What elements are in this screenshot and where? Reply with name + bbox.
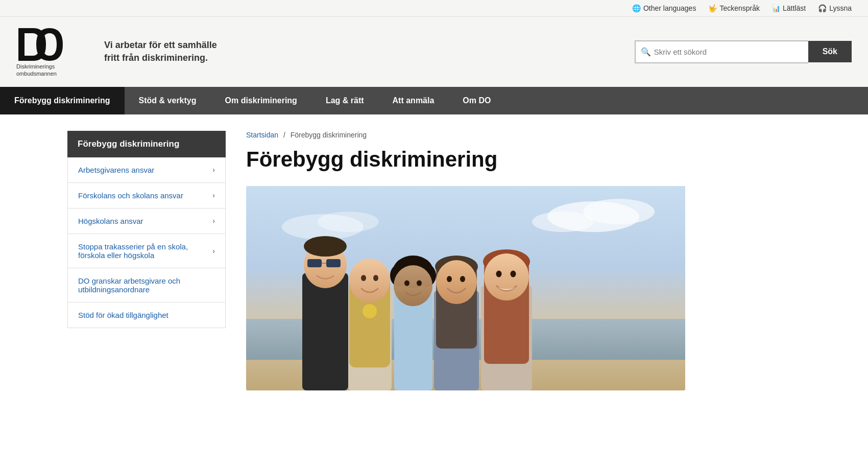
sidebar-link-hogskolans[interactable]: Högskolans ansvar › [68, 209, 225, 234]
page-title: Förebygg diskriminering [246, 147, 801, 172]
svg-point-17 [361, 275, 366, 281]
chevron-right-icon: › [212, 217, 215, 225]
nav-item-om-do[interactable]: Om DO [448, 87, 505, 114]
chevron-right-icon: › [212, 191, 215, 199]
logo-letters [16, 26, 65, 63]
breadcrumb-home-link[interactable]: Startsidan [246, 131, 278, 139]
easy-read-link[interactable]: 📊 Lättläst [772, 4, 806, 12]
breadcrumb-separator: / [283, 131, 285, 139]
svg-rect-7 [302, 273, 348, 390]
sidebar-list: Arbetsgivarens ansvar › Förskolans och s… [67, 157, 226, 328]
header-tagline: Vi arbetar för ett samhälle fritt från d… [104, 39, 257, 64]
sign-language-link[interactable]: 🤟 Teckenspråk [708, 4, 760, 12]
easy-read-icon: 📊 [772, 5, 780, 12]
listen-link[interactable]: 🎧 Lyssna [818, 4, 852, 12]
logo-text: Diskriminerings ombudsmannen [16, 63, 57, 78]
search-button[interactable]: Sök [808, 41, 852, 62]
do-logo-svg [16, 26, 65, 63]
svg-point-33 [460, 276, 465, 282]
sidebar-title: Förebygg diskriminering [67, 131, 226, 157]
list-item: Högskolans ansvar › [68, 209, 225, 234]
listen-label: Lyssna [829, 4, 852, 12]
svg-rect-10 [307, 259, 322, 267]
chevron-right-icon: › [212, 247, 215, 255]
other-languages-link[interactable]: 🌐 Other languages [632, 4, 696, 12]
listen-icon: 🎧 [818, 4, 827, 12]
breadcrumb-current: Förebygg diskriminering [291, 131, 367, 139]
other-languages-label: Other languages [643, 4, 696, 12]
svg-point-25 [404, 280, 409, 286]
chevron-right-icon: › [212, 166, 215, 174]
page-content: Förebygg diskriminering Arbetsgivarens a… [51, 114, 817, 411]
breadcrumb: Startsidan / Förebygg diskriminering [246, 131, 801, 139]
svg-point-3 [532, 212, 593, 232]
nav-item-stod[interactable]: Stöd & verktyg [125, 87, 211, 114]
hero-image [246, 186, 685, 390]
search-icon: 🔍 [641, 47, 651, 57]
logo[interactable]: Diskriminerings ombudsmannen [16, 26, 88, 78]
search-input[interactable] [635, 40, 808, 63]
sidebar-link-granskar[interactable]: DO granskar arbetsgivare och utbildnings… [68, 268, 225, 302]
svg-point-9 [304, 236, 347, 257]
nav-item-om-diskriminering[interactable]: Om diskriminering [211, 87, 311, 114]
main-nav: Förebygg diskriminering Stöd & verktyg O… [0, 87, 868, 114]
sidebar-link-forskolans[interactable]: Förskolans och skolans ansvar › [68, 183, 225, 208]
utility-bar: 🌐 Other languages 🤟 Teckenspråk 📊 Lättlä… [0, 0, 868, 17]
globe-icon: 🌐 [632, 4, 641, 12]
easy-read-label: Lättläst [783, 4, 806, 12]
svg-point-24 [394, 265, 432, 306]
hero-image-inner [246, 186, 685, 390]
sidebar-link-stod[interactable]: Stöd för ökad tillgänglighet [68, 303, 225, 328]
svg-point-41 [363, 304, 377, 318]
svg-point-39 [496, 270, 502, 277]
svg-point-16 [349, 259, 390, 303]
list-item: Förskolans och skolans ansvar › [68, 183, 225, 209]
sidebar: Förebygg diskriminering Arbetsgivarens a… [67, 131, 226, 390]
svg-rect-11 [326, 259, 341, 267]
svg-point-40 [511, 270, 516, 277]
nav-item-anmala[interactable]: Att anmäla [378, 87, 449, 114]
svg-point-18 [373, 275, 378, 281]
sidebar-link-arbetsgivarens[interactable]: Arbetsgivarens ansvar › [68, 157, 225, 182]
svg-point-38 [484, 253, 529, 300]
sign-language-icon: 🤟 [708, 4, 717, 12]
hero-illustration [246, 186, 685, 390]
svg-rect-19 [394, 293, 432, 390]
nav-item-forebygg[interactable]: Förebygg diskriminering [0, 87, 125, 114]
svg-point-32 [447, 276, 452, 282]
list-item: DO granskar arbetsgivare och utbildnings… [68, 268, 225, 303]
svg-point-2 [583, 199, 655, 224]
svg-point-26 [417, 280, 422, 286]
search-area: 🔍 Sök [635, 40, 852, 63]
list-item: Stöd för ökad tillgänglighet [68, 303, 225, 328]
list-item: Stoppa trakasserier på en skola, förskol… [68, 234, 225, 268]
sidebar-link-stoppa[interactable]: Stoppa trakasserier på en skola, förskol… [68, 234, 225, 268]
main-content: Startsidan / Förebygg diskriminering För… [246, 131, 801, 390]
search-input-wrap: 🔍 [635, 40, 808, 63]
header: Diskriminerings ombudsmannen Vi arbetar … [0, 17, 868, 87]
sign-language-label: Teckenspråk [719, 4, 760, 12]
svg-point-31 [436, 260, 477, 304]
list-item: Arbetsgivarens ansvar › [68, 157, 225, 183]
nav-item-lag[interactable]: Lag & rätt [311, 87, 378, 114]
svg-point-5 [318, 212, 379, 232]
